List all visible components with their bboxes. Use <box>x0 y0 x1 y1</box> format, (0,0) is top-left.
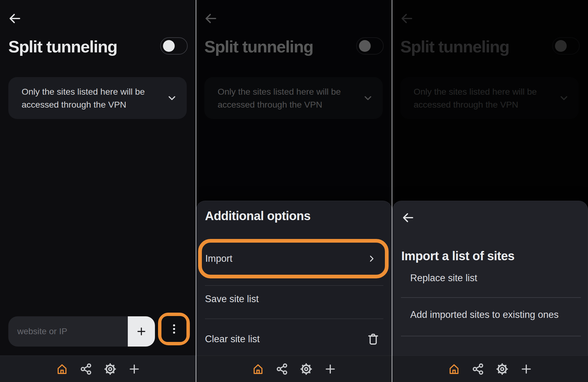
screenshot-canvas: Split tunneling Only the sites listed he… <box>0 0 588 382</box>
menu-item-import[interactable]: Import <box>202 243 385 275</box>
import-sites-sheet: Import a list of sites Replace site list… <box>392 201 588 355</box>
nav-settings-button[interactable] <box>104 363 117 376</box>
home-icon <box>252 363 265 376</box>
gear-icon <box>300 363 313 376</box>
mode-info-text: Only the sites listed here will be acces… <box>8 85 187 111</box>
menu-item-replace-site-list[interactable]: Replace site list <box>410 273 477 284</box>
panel-separator <box>392 0 392 382</box>
sheet-title: Additional options <box>205 209 311 223</box>
plus-icon <box>128 363 141 376</box>
home-icon <box>448 363 461 376</box>
nav-add-button[interactable] <box>128 363 141 376</box>
add-site-input-group <box>8 316 155 347</box>
share-icon <box>472 363 485 376</box>
nav-settings-button[interactable] <box>496 363 509 376</box>
share-icon <box>276 363 289 376</box>
gear-icon <box>104 363 117 376</box>
page-title: Split tunneling <box>8 37 117 56</box>
panel-additional-options: Split tunneling Only the sites listed he… <box>196 0 392 382</box>
split-tunneling-toggle[interactable] <box>160 37 188 55</box>
nav-home-button[interactable] <box>448 363 461 376</box>
sheet-title: Import a list of sites <box>401 249 515 263</box>
nav-share-button[interactable] <box>472 363 485 376</box>
divider <box>205 318 383 319</box>
home-icon <box>56 363 69 376</box>
divider <box>401 297 581 298</box>
back-button[interactable] <box>7 10 23 27</box>
plus-icon <box>136 326 147 337</box>
divider <box>205 285 383 286</box>
menu-item-clear[interactable]: Clear site list <box>205 334 260 345</box>
add-site-button[interactable] <box>128 316 155 347</box>
menu-item-add-imported-sites[interactable]: Add imported sites to existing ones <box>410 309 559 320</box>
plus-icon <box>520 363 533 376</box>
chevron-down-icon <box>166 92 177 104</box>
panel-import-list: Split tunneling Only the sites listed he… <box>392 0 588 382</box>
plus-icon <box>324 363 337 376</box>
panel-split-tunneling: Split tunneling Only the sites listed he… <box>0 0 196 382</box>
nav-share-button[interactable] <box>276 363 289 376</box>
share-icon <box>80 363 93 376</box>
nav-home-button[interactable] <box>252 363 265 376</box>
back-arrow-icon <box>8 11 22 26</box>
sheet-back-button[interactable] <box>400 210 416 226</box>
nav-home-button[interactable] <box>56 363 69 376</box>
menu-item-label: Import <box>205 253 232 264</box>
nav-add-button[interactable] <box>324 363 337 376</box>
nav-add-button[interactable] <box>520 363 533 376</box>
toggle-knob <box>163 40 175 52</box>
menu-item-save[interactable]: Save site list <box>205 294 259 305</box>
gear-icon <box>496 363 509 376</box>
annotation-highlight-more-options <box>158 313 190 345</box>
chevron-right-icon <box>367 254 376 263</box>
trash-icon <box>366 332 380 346</box>
website-or-ip-input[interactable] <box>8 316 123 347</box>
nav-settings-button[interactable] <box>300 363 313 376</box>
back-arrow-icon <box>401 211 415 224</box>
additional-options-sheet: Additional options Import Save site list… <box>196 201 392 355</box>
clear-site-list-action[interactable] <box>366 332 381 347</box>
bottom-nav <box>196 355 392 382</box>
panel-separator <box>196 0 196 382</box>
bottom-nav <box>392 355 588 382</box>
kebab-menu-icon <box>167 322 181 336</box>
nav-share-button[interactable] <box>80 363 93 376</box>
divider <box>401 336 581 336</box>
mode-info-card[interactable]: Only the sites listed here will be acces… <box>8 77 187 119</box>
more-options-button[interactable] <box>161 316 186 342</box>
bottom-nav <box>0 355 196 382</box>
annotation-highlight-import: Import <box>198 239 389 278</box>
